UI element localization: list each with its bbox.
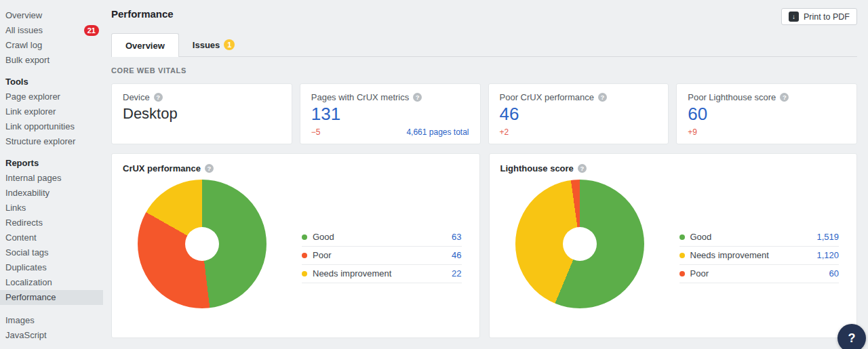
donut-chart[interactable] <box>515 180 644 308</box>
sidebar-item-label: Duplicates <box>5 262 47 273</box>
tab-overview[interactable]: Overview <box>111 33 179 57</box>
donut-chart[interactable] <box>138 180 267 308</box>
sidebar-item-crawl-log[interactable]: Crawl log <box>0 38 103 53</box>
sidebar-item-indexability[interactable]: Indexability <box>0 186 103 201</box>
legend-value-link[interactable]: 1,120 <box>816 250 839 260</box>
sidebar-item-content[interactable]: Content <box>0 230 103 245</box>
sidebar-group: Reports Internal pages Indexability Link… <box>0 156 103 305</box>
metric-card-label: Pages with CrUX metrics <box>311 92 409 102</box>
pages-total-link[interactable]: 4,661 pages total <box>406 127 469 137</box>
sidebar-item-label: Bulk export <box>5 55 50 66</box>
sidebar-item-label: All issues <box>5 25 43 36</box>
help-icon[interactable]: ? <box>154 93 163 102</box>
metric-cards-row: Device ? Desktop Pages with CrUX metrics… <box>111 83 857 144</box>
legend-color-dot <box>302 234 307 240</box>
help-icon[interactable]: ? <box>780 93 789 102</box>
metric-card-label-row: Device ? <box>123 92 281 102</box>
sidebar-item-overview[interactable]: Overview <box>0 8 103 23</box>
donut-hole <box>563 227 597 261</box>
tab-label: Overview <box>125 41 165 51</box>
metric-delta: −5 <box>311 127 321 137</box>
metric-card-value: Desktop <box>123 104 281 124</box>
legend-row[interactable]: Needs improvement 1,120 <box>679 247 840 265</box>
metric-card-label: Poor Lighthouse score <box>688 92 776 102</box>
legend-row[interactable]: Good 63 <box>302 228 462 247</box>
tab-bar: Overview Issues 1 <box>111 33 857 57</box>
sidebar-item-label: Redirects <box>5 218 43 228</box>
issue-count-badge: 21 <box>84 25 99 36</box>
chart-panel-title-row: Lighthouse score ? <box>500 163 846 173</box>
legend-row[interactable]: Poor 46 <box>302 247 462 265</box>
sidebar-item-link-explorer[interactable]: Link explorer <box>0 104 103 119</box>
chart-panel: CrUX performance ? Good 63 Poor 46 Needs… <box>111 153 480 338</box>
chart-panel-body: Good 63 Poor 46 Needs improvement 22 <box>123 180 469 308</box>
sidebar-item-label: Page explorer <box>5 91 60 102</box>
legend-label: Poor <box>690 268 829 279</box>
sidebar-item-social-tags[interactable]: Social tags <box>0 245 103 260</box>
sidebar-item-link-opportunities[interactable]: Link opportunities <box>0 119 103 134</box>
tab-label: Issues <box>193 40 220 50</box>
sidebar-item-label: Link opportunities <box>5 121 75 132</box>
legend-label: Poor <box>313 250 452 260</box>
tab-issues[interactable]: Issues 1 <box>179 33 248 56</box>
help-icon[interactable]: ? <box>413 93 422 102</box>
metric-card-label-row: Pages with CrUX metrics ? <box>311 92 469 102</box>
legend-value-link[interactable]: 22 <box>452 268 461 279</box>
sidebar-item-label: Social tags <box>5 247 49 258</box>
metric-card-value: 60 <box>688 104 846 124</box>
sidebar-item-label: JavaScript <box>5 330 47 341</box>
sidebar-item-links[interactable]: Links <box>0 201 103 215</box>
legend-color-dot <box>679 234 685 240</box>
pdf-download-icon: ↓ <box>789 12 799 22</box>
metric-card-label: Poor CrUX performance <box>500 92 594 102</box>
chart-panel: Lighthouse score ? Good 1,519 Needs impr… <box>489 153 858 338</box>
sidebar-item-localization[interactable]: Localization <box>0 275 103 290</box>
help-icon[interactable]: ? <box>205 164 214 173</box>
metric-card: Poor Lighthouse score ? 60 +9 <box>676 83 857 144</box>
metric-card: Pages with CrUX metrics ? 131 −54,661 pa… <box>300 83 481 144</box>
sidebar-item-javascript[interactable]: JavaScript <box>0 328 103 343</box>
sidebar-item-label: Structure explorer <box>5 136 75 147</box>
chart-panel-title: CrUX performance <box>123 163 201 173</box>
sidebar-group-header: Tools <box>0 75 103 89</box>
print-to-pdf-button[interactable]: ↓ Print to PDF <box>781 8 857 25</box>
help-icon[interactable]: ? <box>578 164 587 173</box>
legend-value-link[interactable]: 1,519 <box>816 232 839 242</box>
sidebar-group: Tools Page explorer Link explorer Link o… <box>0 75 103 149</box>
sidebar-item-page-explorer[interactable]: Page explorer <box>0 89 103 104</box>
legend-value-link[interactable]: 60 <box>829 268 839 279</box>
legend-value-link[interactable]: 63 <box>452 232 461 242</box>
sidebar-item-label: Images <box>5 315 35 326</box>
sidebar-item-duplicates[interactable]: Duplicates <box>0 260 103 275</box>
legend-row[interactable]: Good 1,519 <box>679 228 840 247</box>
sidebar-item-redirects[interactable]: Redirects <box>0 215 103 230</box>
sidebar-item-images[interactable]: Images <box>0 313 103 328</box>
metric-card-label: Device <box>123 92 150 102</box>
chart-panel-title: Lighthouse score <box>500 163 574 173</box>
main-content: Performance ↓ Print to PDF Overview Issu… <box>111 0 857 338</box>
sidebar: Overview All issues 21 Crawl log Bulk ex… <box>0 0 103 349</box>
legend-row[interactable]: Poor 60 <box>679 265 840 283</box>
sidebar-item-bulk-export[interactable]: Bulk export <box>0 53 103 68</box>
tab-issue-count-badge: 1 <box>224 39 235 50</box>
chart-panel-title-row: CrUX performance ? <box>123 163 469 173</box>
sidebar-item-structure-explorer[interactable]: Structure explorer <box>0 134 103 149</box>
sidebar-item-label: Link explorer <box>5 106 56 117</box>
help-fab-button[interactable]: ? <box>837 324 866 349</box>
sidebar-item-performance[interactable]: Performance <box>0 290 103 305</box>
chart-legend: Good 1,519 Needs improvement 1,120 Poor … <box>679 228 840 283</box>
sidebar-item-label: Localization <box>5 277 52 288</box>
help-icon[interactable]: ? <box>598 93 607 102</box>
metric-card-value: 131 <box>311 104 469 124</box>
sidebar-item-all-issues[interactable]: All issues 21 <box>0 23 103 38</box>
question-mark-icon: ? <box>848 331 856 346</box>
sidebar-item-label: Content <box>5 232 37 243</box>
sidebar-group: Images JavaScript <box>0 313 103 343</box>
legend-label: Needs improvement <box>690 250 817 260</box>
legend-value-link[interactable]: 46 <box>452 250 461 260</box>
page-header: Performance ↓ Print to PDF <box>111 0 857 25</box>
legend-row[interactable]: Needs improvement 22 <box>302 265 462 283</box>
sidebar-item-internal-pages[interactable]: Internal pages <box>0 171 103 186</box>
sidebar-item-label: Indexability <box>5 188 50 199</box>
sidebar-item-label: Performance <box>5 292 56 303</box>
